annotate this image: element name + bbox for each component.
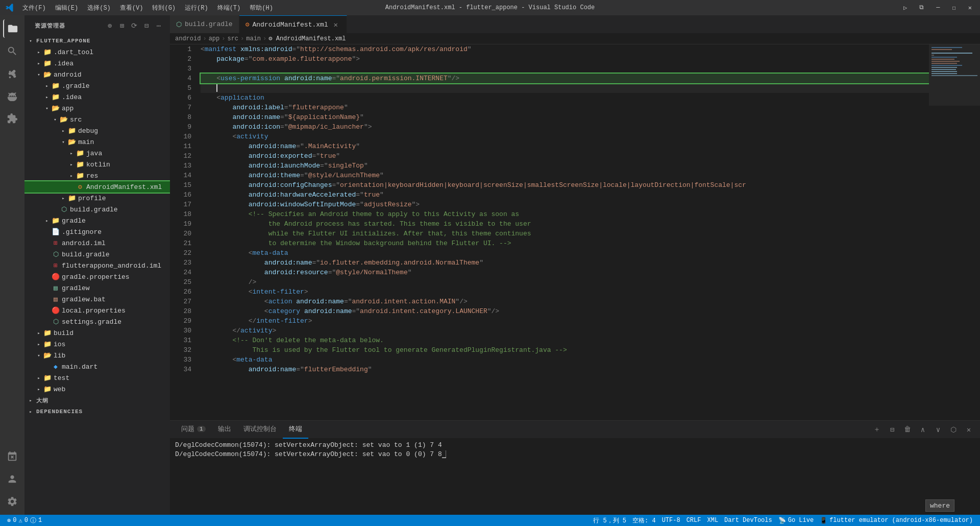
status-errors[interactable]: ⊗ 0 ⚠ 0 ⓘ 1: [4, 515, 45, 526]
tab-problems[interactable]: 问题 1: [175, 421, 212, 439]
warning-count: 0: [24, 517, 28, 524]
status-language[interactable]: XML: [704, 515, 721, 526]
menu-item-选择S[interactable]: 选择(S): [83, 3, 115, 13]
warning-icon: ⚠: [18, 517, 22, 524]
breadcrumb-src[interactable]: src: [227, 35, 238, 42]
menu-item-运行R[interactable]: 运行(R): [181, 3, 212, 13]
maximize-button[interactable]: ☐: [949, 3, 959, 13]
sidebar-item-src[interactable]: ▾ 📂 src: [24, 114, 170, 125]
testing-icon[interactable]: [3, 447, 21, 466]
status-lineending[interactable]: CRLF: [683, 515, 704, 526]
status-encoding[interactable]: UTF-8: [659, 515, 683, 526]
sidebar-item-java[interactable]: ▸ 📁 java: [24, 148, 170, 159]
sidebar-item-idea-android[interactable]: ▸ 📁 .idea: [24, 91, 170, 103]
add-terminal-button[interactable]: ＋: [871, 423, 883, 436]
sidebar-item-web[interactable]: ▸ 📁 web: [24, 384, 170, 395]
new-file-button[interactable]: ⊕: [105, 20, 115, 31]
sidebar-item-main[interactable]: ▾ 📂 main: [24, 136, 170, 148]
menu-item-帮助H[interactable]: 帮助(H): [246, 3, 277, 13]
menu-item-查看V[interactable]: 查看(V): [116, 3, 148, 13]
tab-output[interactable]: 输出: [212, 421, 237, 439]
sidebar-item-lib[interactable]: ▾ 📂 lib: [24, 350, 170, 361]
sidebar-item-test[interactable]: ▸ 📁 test: [24, 372, 170, 384]
menu-item-转到G[interactable]: 转到(G): [148, 3, 180, 13]
sidebar-item-profile[interactable]: ▸ 📁 profile: [24, 193, 170, 204]
sidebar-item-gradlew[interactable]: ▸ ▤ gradlew: [24, 282, 170, 294]
tab-build-gradle[interactable]: ⬡ build.gradle: [170, 15, 239, 33]
status-devtools[interactable]: Dart DevTools: [721, 515, 775, 526]
close-panel-button[interactable]: ✕: [963, 423, 975, 436]
code-content[interactable]: <manifest xmlns:android="http://schemas.…: [195, 44, 929, 420]
status-position[interactable]: 行 5，列 5: [590, 515, 629, 526]
dart-icon: ◆: [51, 362, 60, 371]
tab-debug-console[interactable]: 调试控制台: [237, 421, 283, 439]
source-control-icon[interactable]: [3, 64, 21, 83]
refresh-button[interactable]: ⟳: [129, 20, 139, 31]
menu-item-编辑E[interactable]: 编辑(E): [51, 3, 83, 13]
sidebar-item-outline[interactable]: ▸ 大纲: [24, 395, 170, 406]
split-terminal-button[interactable]: ⊟: [886, 423, 898, 436]
item-label: build: [54, 329, 74, 337]
sidebar-item-gitignore[interactable]: ▸ 📄 .gitignore: [24, 226, 170, 237]
account-icon[interactable]: [3, 470, 21, 488]
sidebar-item-settings-gradle[interactable]: ▸ ⬡ settings.gradle: [24, 316, 170, 327]
tab-terminal[interactable]: 终端: [283, 421, 308, 439]
chevron-right-icon: ▸: [67, 172, 76, 180]
settings-icon[interactable]: [3, 492, 21, 511]
status-emulator[interactable]: 📱 flutter emulator (android-x86-emulator…: [817, 515, 976, 526]
sidebar-item-res[interactable]: ▸ 📁 res: [24, 170, 170, 181]
new-folder-button[interactable]: ⊞: [117, 20, 127, 31]
sidebar-item-kotlin[interactable]: ▸ 📁 kotlin: [24, 159, 170, 170]
run-debug-icon[interactable]: [3, 87, 21, 105]
sidebar-item-androidmanifest[interactable]: ▸ ⚙ AndroidManifest.xml: [24, 181, 170, 193]
breadcrumb-app[interactable]: app: [209, 35, 220, 42]
status-spaces[interactable]: 空格: 4: [629, 515, 659, 526]
close-button[interactable]: ✕: [965, 3, 975, 13]
explorer-icon[interactable]: [3, 19, 21, 38]
sidebar-item-app[interactable]: ▾ 📂 app: [24, 103, 170, 114]
status-golive[interactable]: 📡 Go Live: [775, 515, 817, 526]
tab-androidmanifest[interactable]: ⚙ AndroidManifest.xml ✕: [239, 15, 347, 33]
extensions-icon[interactable]: [3, 109, 21, 128]
sidebar-item-build-gradle[interactable]: ▸ ⬡ build.gradle: [24, 249, 170, 260]
sidebar-item-build[interactable]: ▸ 📁 build: [24, 327, 170, 339]
menu-item-终端T[interactable]: 终端(T): [213, 3, 245, 13]
run-button[interactable]: ▷: [900, 3, 910, 13]
chevron-up-button[interactable]: ∧: [917, 423, 929, 436]
chevron-down-button[interactable]: ∨: [932, 423, 944, 436]
code-line-20: while the Flutter UI initializes. After …: [201, 229, 929, 238]
breadcrumb-main[interactable]: main: [246, 35, 261, 42]
code-editor[interactable]: 12345 678910 1112131415 1617181920 21222…: [170, 44, 980, 420]
collapse-all-button[interactable]: ⊟: [141, 20, 152, 31]
sidebar-item-dependencies[interactable]: ▸ DEPENDENCIES: [24, 406, 170, 417]
breadcrumb-android[interactable]: android: [175, 35, 201, 42]
maximize-panel-button[interactable]: ⬡: [947, 423, 960, 436]
sidebar-item-gradle-props[interactable]: ▸ 🔴 gradle.properties: [24, 271, 170, 282]
trash-terminal-button[interactable]: 🗑: [901, 423, 914, 436]
tab-close-button[interactable]: ✕: [331, 20, 340, 29]
sidebar-item-dart_tool[interactable]: ▸ 📁 .dart_tool: [24, 46, 170, 58]
sidebar-item-local-props[interactable]: ▸ 🔴 local.properties: [24, 305, 170, 316]
sidebar-item-build-gradle-app[interactable]: ▸ ⬡ build.gradle: [24, 204, 170, 215]
more-actions-button[interactable]: ⋯: [154, 20, 164, 31]
sidebar-item-android[interactable]: ▾ 📂 android: [24, 69, 170, 80]
minimize-button[interactable]: ─: [933, 3, 943, 13]
sidebar-item-ios[interactable]: ▸ 📁 ios: [24, 339, 170, 350]
sidebar-item-main-dart[interactable]: ▸ ◆ main.dart: [24, 361, 170, 372]
folder-icon: 📁: [76, 149, 85, 158]
tree-root[interactable]: ▾ FLUTTER_APPONE: [24, 35, 170, 46]
where-search-input[interactable]: where: [925, 499, 954, 512]
sidebar-item-idea[interactable]: ▸ 📁 .idea: [24, 58, 170, 69]
sidebar-item-gradle-android[interactable]: ▸ 📁 .gradle: [24, 80, 170, 91]
breadcrumb-file[interactable]: ⚙ AndroidManifest.xml: [268, 35, 346, 42]
sidebar-item-gradlew-bat[interactable]: ▸ ▤ gradlew.bat: [24, 294, 170, 305]
menu-item-文件F[interactable]: 文件(F): [18, 3, 50, 13]
search-icon[interactable]: [3, 42, 21, 60]
split-editor-button[interactable]: ⧉: [916, 3, 927, 13]
sidebar-item-flutterappone-iml[interactable]: ▸ ⊞ flutterappone_android.iml: [24, 260, 170, 271]
terminal-content[interactable]: D/eglCodecCommon(15074): setVertexArrayO…: [170, 439, 980, 515]
sidebar-item-gradle[interactable]: ▸ 📁 gradle: [24, 215, 170, 226]
tab-problems-label: 问题: [181, 424, 194, 434]
sidebar-item-android-iml[interactable]: ▸ ⊞ android.iml: [24, 237, 170, 249]
sidebar-item-debug[interactable]: ▸ 📁 debug: [24, 125, 170, 136]
